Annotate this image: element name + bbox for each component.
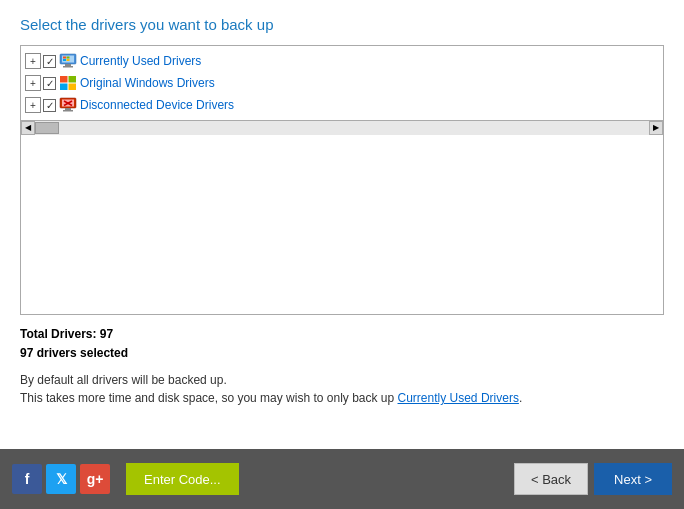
scroll-right-button[interactable]: ▶ xyxy=(649,121,663,135)
svg-rect-7 xyxy=(67,59,70,61)
svg-rect-5 xyxy=(67,57,70,59)
info-section: Total Drivers: 97 97 drivers selected By… xyxy=(20,325,664,407)
expand-btn-original-windows[interactable]: + xyxy=(25,75,41,91)
selected-drivers-label: 97 drivers selected xyxy=(20,344,664,363)
horizontal-scrollbar: ◀ ▶ xyxy=(21,120,663,134)
item-label-original-windows: Original Windows Drivers xyxy=(80,76,215,90)
tree-container: + Currently Used Drivers + xyxy=(20,45,664,315)
scroll-track[interactable] xyxy=(35,121,649,135)
footer: f 𝕏 g+ Enter Code... < Back Next > xyxy=(0,449,684,509)
svg-rect-4 xyxy=(63,57,66,59)
description-line2: This takes more time and disk space, so … xyxy=(20,391,398,405)
nav-buttons: < Back Next > xyxy=(514,463,672,495)
svg-rect-3 xyxy=(63,66,73,68)
expand-btn-currently-used[interactable]: + xyxy=(25,53,41,69)
list-item[interactable]: + Original Windows Drivers xyxy=(21,72,663,94)
main-content: Select the drivers you want to back up + xyxy=(0,0,684,449)
total-drivers-label: Total Drivers: 97 xyxy=(20,325,664,344)
svg-rect-2 xyxy=(65,64,71,66)
list-item[interactable]: + Disconnected Device Drivers xyxy=(21,94,663,116)
google-button[interactable]: g+ xyxy=(80,464,110,494)
google-label: g+ xyxy=(87,471,104,487)
tree-inner: + Currently Used Drivers + xyxy=(21,46,663,120)
item-label-currently-used: Currently Used Drivers xyxy=(80,54,201,68)
enter-code-button[interactable]: Enter Code... xyxy=(126,463,239,495)
monitor-icon xyxy=(59,53,77,69)
svg-rect-14 xyxy=(65,108,71,110)
facebook-label: f xyxy=(25,471,30,487)
item-label-disconnected: Disconnected Device Drivers xyxy=(80,98,234,112)
svg-rect-15 xyxy=(63,110,73,112)
checkbox-disconnected[interactable] xyxy=(43,99,56,112)
facebook-button[interactable]: f xyxy=(12,464,42,494)
checkbox-original-windows[interactable] xyxy=(43,77,56,90)
svg-rect-8 xyxy=(60,76,68,83)
description-line1: By default all drivers will be backed up… xyxy=(20,373,227,387)
page-title: Select the drivers you want to back up xyxy=(20,16,664,33)
disconnected-icon xyxy=(59,97,77,113)
next-button[interactable]: Next > xyxy=(594,463,672,495)
description-text: By default all drivers will be backed up… xyxy=(20,371,664,407)
svg-rect-6 xyxy=(63,59,66,61)
list-item[interactable]: + Currently Used Drivers xyxy=(21,50,663,72)
currently-used-link[interactable]: Currently Used Drivers xyxy=(398,391,519,405)
description-end: . xyxy=(519,391,522,405)
twitter-button[interactable]: 𝕏 xyxy=(46,464,76,494)
back-button[interactable]: < Back xyxy=(514,463,588,495)
windows-icon xyxy=(59,75,77,91)
expand-btn-disconnected[interactable]: + xyxy=(25,97,41,113)
social-icons: f 𝕏 g+ xyxy=(12,464,110,494)
svg-rect-10 xyxy=(60,84,68,91)
checkbox-currently-used[interactable] xyxy=(43,55,56,68)
svg-rect-11 xyxy=(69,84,77,91)
scroll-left-button[interactable]: ◀ xyxy=(21,121,35,135)
twitter-label: 𝕏 xyxy=(56,471,67,487)
svg-rect-9 xyxy=(69,76,77,83)
scroll-thumb[interactable] xyxy=(35,122,59,134)
